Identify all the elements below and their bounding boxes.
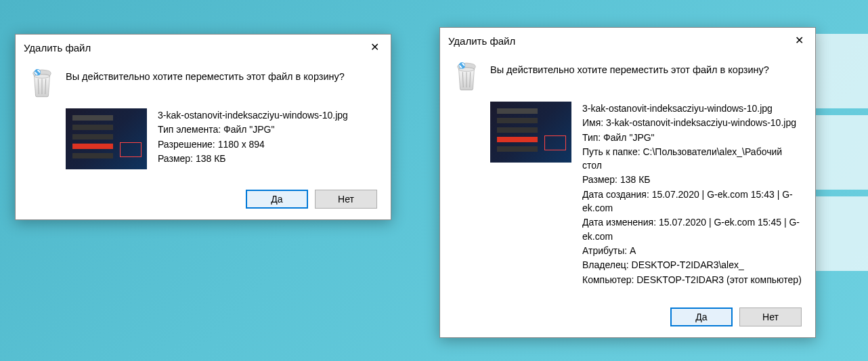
close-icon: ✕: [370, 42, 379, 53]
dialog-content: Вы действительно хотите переместить этот…: [440, 54, 815, 299]
file-name: Имя: 3-kak-ostanovit-indeksacziyu-window…: [582, 116, 802, 129]
yes-button[interactable]: Да: [670, 307, 733, 326]
confirmation-prompt: Вы действительно хотите переместить этот…: [490, 60, 769, 75]
file-size: Размер: 138 КБ: [582, 173, 802, 186]
file-thumbnail: [490, 102, 571, 163]
file-size: Размер: 138 КБ: [158, 152, 377, 165]
dialog-title: Удалить файл: [448, 35, 515, 47]
yes-button[interactable]: Да: [246, 190, 308, 209]
file-name-heading: 3-kak-ostanovit-indeksacziyu-windows-10.…: [582, 102, 802, 115]
titlebar: Удалить файл ✕: [440, 28, 815, 54]
confirmation-prompt: Вы действительно хотите переместить этот…: [66, 67, 345, 82]
dialog-content: Вы действительно хотите переместить этот…: [16, 60, 391, 182]
titlebar: Удалить файл ✕: [16, 35, 391, 60]
no-button[interactable]: Нет: [315, 190, 377, 209]
close-button[interactable]: ✕: [365, 40, 384, 55]
close-icon: ✕: [795, 35, 804, 46]
file-resolution: Разрешение: 1180 x 894: [158, 137, 377, 151]
file-owner: Владелец: DESKTOP-T2IDAR3\alex_: [582, 258, 802, 272]
file-type: Тип: Файл "JPG": [582, 131, 802, 144]
no-button[interactable]: Нет: [739, 307, 802, 326]
dialog-buttons: Да Нет: [440, 299, 815, 337]
file-computer: Компьютер: DESKTOP-T2IDAR3 (этот компьют…: [582, 273, 802, 286]
close-button[interactable]: ✕: [789, 33, 808, 48]
dialog-buttons: Да Нет: [16, 182, 391, 219]
file-created: Дата создания: 15.07.2020 | G-ek.com 15:…: [582, 188, 802, 215]
delete-file-dialog-simple: Удалить файл ✕ Вы действительно хоти: [15, 34, 391, 220]
delete-file-dialog-detailed: Удалить файл ✕ Вы действительно хотите п…: [439, 27, 816, 338]
recycle-bin-icon: [29, 67, 55, 100]
file-modified: Дата изменения: 15.07.2020 | G-ek.com 15…: [582, 215, 802, 243]
dialog-title: Удалить файл: [24, 42, 91, 54]
file-name: 3-kak-ostanovit-indeksacziyu-windows-10.…: [158, 108, 377, 122]
file-metadata: 3-kak-ostanovit-indeksacziyu-windows-10.…: [582, 102, 802, 287]
file-path: Путь к папке: C:\Пользователи\alex_\Рабо…: [582, 145, 802, 173]
file-type: Тип элемента: Файл "JPG": [158, 123, 377, 136]
recycle-bin-icon: [454, 60, 479, 93]
file-thumbnail: [66, 108, 147, 169]
file-attributes: Атрибуты: A: [582, 244, 802, 257]
file-metadata: 3-kak-ostanovit-indeksacziyu-windows-10.…: [158, 108, 377, 166]
